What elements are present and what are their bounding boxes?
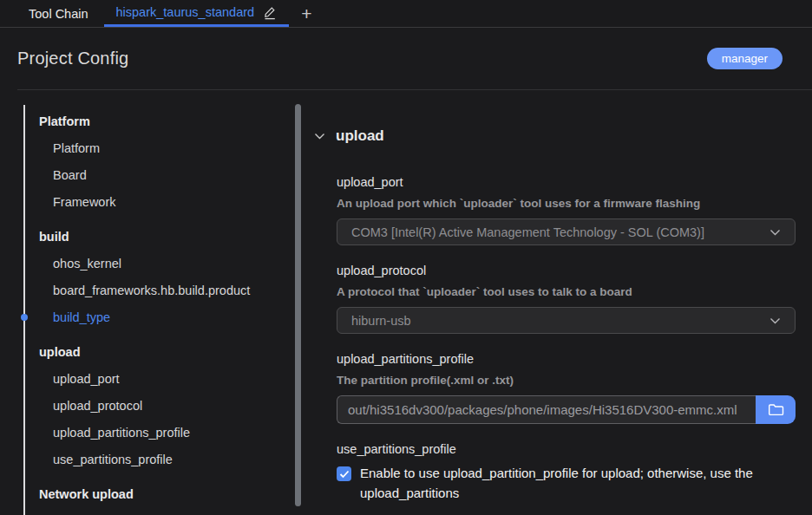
upload-protocol-select[interactable]: hiburn-usb [337,307,796,334]
browse-file-button[interactable] [756,395,796,424]
tab-project-label: hispark_taurus_standard [116,5,255,19]
upload-protocol-value: hiburn-usb [351,314,411,328]
use-partitions-profile-checkbox-label: Enable to use upload_partition_profile f… [360,464,796,503]
chevron-down-icon [769,317,781,324]
field-group-use-partitions-profile: use_partitions_profile Enable to use upl… [337,442,796,503]
page-header: Project Config manager [0,28,812,89]
sidebar-section-network-upload[interactable]: Network upload [16,480,290,507]
header-divider [17,89,812,90]
upload-section-title: upload [336,127,384,145]
upload-protocol-description: A protocol that `uploader` tool uses to … [337,285,796,298]
upload-port-label: upload_port [337,175,796,189]
sidebar-item-platform[interactable]: Platform [16,134,290,161]
sidebar-item-upload-protocol[interactable]: upload_protocol [16,392,290,419]
upload-port-value: COM3 [Intel(R) Active Management Technol… [351,225,704,239]
sidebar-item-build-type-label: build_type [53,310,110,324]
upload-partitions-profile-label: upload_partitions_profile [337,352,796,366]
upload-section-header[interactable]: upload [314,125,796,147]
add-tab-button[interactable]: + [301,0,311,27]
partition-profile-input[interactable] [337,395,756,424]
partition-profile-file-row [337,395,796,424]
sidebar-item-board-frameworks[interactable]: board_frameworks.hb.build.product [16,277,290,303]
selected-item-dot [21,314,28,321]
chevron-down-icon [769,229,781,236]
sidebar-item-board[interactable]: Board [16,161,290,188]
sidebar-section-platform[interactable]: Platform [16,108,290,134]
folder-icon [768,403,784,416]
use-partitions-profile-checkbox-row: Enable to use upload_partition_profile f… [337,464,796,503]
manager-button[interactable]: manager [707,48,783,69]
sidebar-scrollbar[interactable] [295,104,301,506]
use-partitions-profile-label: use_partitions_profile [337,442,796,456]
sidebar-item-use-partitions-profile[interactable]: use_partitions_profile [16,446,290,473]
upload-port-description: An upload port which `uploader` tool use… [337,197,796,210]
tab-bar: Tool Chain hispark_taurus_standard + [0,0,812,28]
sidebar-section-upload[interactable]: upload [16,338,290,365]
upload-port-select[interactable]: COM3 [Intel(R) Active Management Technol… [337,218,796,245]
sidebar-item-upload-partitions-profile[interactable]: upload_partitions_profile [16,419,290,446]
edit-pencil-icon[interactable] [263,5,277,20]
tab-project-active[interactable]: hispark_taurus_standard [104,0,290,27]
field-group-upload-port: upload_port An upload port which `upload… [337,175,796,245]
sidebar-item-build-type[interactable]: build_type [16,303,290,330]
tab-tool-chain[interactable]: Tool Chain [29,0,88,27]
use-partitions-profile-checkbox[interactable] [337,466,351,481]
upload-partitions-profile-description: The partition profile(.xml or .txt) [337,374,796,387]
field-group-upload-partitions-profile: upload_partitions_profile The partition … [337,352,796,424]
sidebar-section-build[interactable]: build [16,223,290,250]
plus-icon: + [301,3,311,24]
checkmark-icon [339,470,350,479]
page-title: Project Config [17,49,128,68]
sidebar-item-upload-port[interactable]: upload_port [16,365,290,392]
field-group-upload-protocol: upload_protocol A protocol that `uploade… [337,264,796,334]
sidebar-item-ohos-kernel[interactable]: ohos_kernel [16,250,290,277]
main-content: upload upload_port An upload port which … [314,125,796,503]
upload-protocol-label: upload_protocol [337,264,796,277]
sidebar-item-framework[interactable]: Framework [16,188,290,215]
chevron-down-icon[interactable] [314,133,325,140]
tab-tool-chain-label: Tool Chain [29,7,88,21]
sidebar-tree: Platform Platform Board Framework build … [16,108,290,507]
